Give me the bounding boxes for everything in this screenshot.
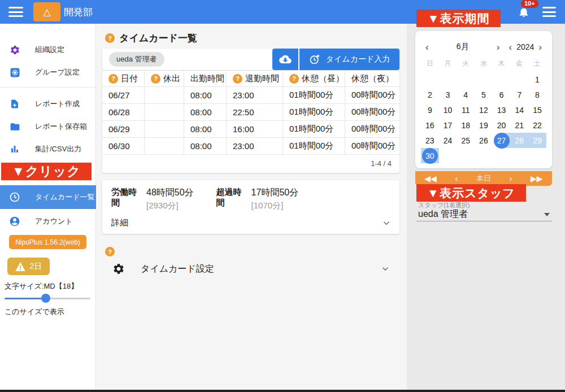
caret-down-icon: [544, 213, 550, 216]
calendar-day[interactable]: 22: [528, 117, 546, 133]
sidebar-item-timecard-list[interactable]: タイムカード一覧: [0, 185, 96, 209]
timecard-input-button[interactable]: タイムカード入力: [299, 49, 399, 70]
calendar-day[interactable]: 28: [510, 133, 528, 148]
table-row[interactable]: 06/3008:0023:0001時間00分00時間00分: [102, 138, 399, 155]
help-icon[interactable]: ?: [289, 74, 299, 84]
step-backward-icon[interactable]: ‹: [455, 174, 458, 183]
slider-thumb[interactable]: [41, 294, 50, 303]
sidebar-item-csv-export[interactable]: 集計/CSV出力: [0, 138, 96, 160]
calendar-empty-cell: [510, 72, 528, 87]
calendar-day[interactable]: 10: [439, 102, 457, 117]
calendar-day[interactable]: 6: [493, 87, 511, 102]
calendar-day[interactable]: 15: [528, 102, 546, 117]
column-header: ?休憩（昼）: [283, 71, 345, 86]
calendar-day[interactable]: 29: [528, 133, 546, 148]
calendar-empty-cell: [439, 72, 457, 87]
timecard-settings-expander[interactable]: タイムカード設定: [102, 257, 399, 281]
chevron-down-icon: [380, 264, 390, 274]
next-year-icon[interactable]: ›: [536, 42, 544, 52]
folder-icon: [9, 121, 20, 132]
calendar-empty-cell: [421, 72, 439, 87]
version-badge[interactable]: NipoPlus 1.56.2(web): [9, 235, 86, 249]
sidebar-item-org-settings[interactable]: 組織設定: [0, 38, 96, 61]
sidebar-item-report-box[interactable]: レポート保存箱: [0, 115, 96, 138]
prev-year-icon[interactable]: ‹: [507, 42, 515, 52]
pagination: 1-4 / 4: [102, 155, 399, 172]
summary-card: 労働時間 48時間50分 [2930分] 超過時間 17時間50分 [1070分…: [102, 180, 399, 234]
calendar-day[interactable]: 25: [457, 133, 475, 148]
calendar-day[interactable]: 17: [439, 117, 457, 133]
calendar-day[interactable]: 16: [421, 117, 439, 133]
calendar-day[interactable]: 24: [439, 133, 457, 148]
calendar-day[interactable]: 12: [475, 102, 493, 117]
help-icon[interactable]: ?: [105, 33, 115, 43]
person-icon: [9, 216, 20, 227]
table-cell: 08:00: [184, 121, 227, 137]
app-logo: △: [33, 2, 60, 21]
overtime-label: 超過時間: [216, 187, 246, 211]
calendar-grid: 1234567891011121314151617181920212223242…: [415, 72, 552, 163]
today-button[interactable]: 本日: [476, 173, 491, 184]
calendar-day[interactable]: 5: [475, 87, 493, 102]
calendar-day[interactable]: 9: [421, 102, 439, 117]
column-header: ?休出: [145, 71, 184, 86]
column-header: ?退勤時間: [227, 71, 283, 86]
weekday-label: 木: [493, 59, 511, 68]
calendar-day[interactable]: 7: [510, 87, 528, 102]
help-icon[interactable]: ?: [105, 247, 115, 256]
fast-forward-icon[interactable]: ▶▶: [531, 174, 543, 183]
calendar-day[interactable]: 1: [528, 72, 546, 87]
sidebar-item-report-create[interactable]: レポート作成: [0, 93, 96, 115]
column-header: 休憩（夜）: [345, 71, 399, 86]
file-plus-icon: [9, 98, 20, 110]
calendar-day[interactable]: 19: [475, 117, 493, 133]
step-forward-icon[interactable]: ›: [510, 174, 512, 183]
calendar-day[interactable]: 21: [510, 117, 528, 133]
calendar-day[interactable]: 26: [475, 133, 493, 148]
table-row[interactable]: 06/2708:0023:0001時間00分00時間00分: [102, 87, 399, 104]
sidebar-item-label: アカウント: [35, 216, 73, 227]
calendar-day[interactable]: 18: [457, 117, 475, 133]
warning-badge[interactable]: 2日: [7, 258, 50, 275]
menu-icon[interactable]: [8, 7, 23, 17]
detail-expander[interactable]: 詳細: [111, 217, 392, 228]
table-cell: 00時間00分: [345, 87, 399, 103]
help-icon[interactable]: ?: [151, 74, 160, 84]
calendar-empty-cell: [439, 148, 457, 163]
table-cell: [145, 87, 184, 103]
font-size-slider[interactable]: [5, 294, 90, 303]
calendar-day[interactable]: 14: [510, 102, 528, 117]
calendar-day[interactable]: 23: [421, 133, 439, 148]
overtime-value: 17時間50分: [251, 187, 299, 199]
calendar-day[interactable]: 30: [421, 148, 439, 163]
next-month-icon[interactable]: ›: [494, 42, 502, 52]
calendar-day[interactable]: 27: [493, 133, 511, 148]
staff-select-dropdown[interactable]: ueda 管理者: [416, 208, 552, 221]
help-icon[interactable]: ?: [108, 74, 118, 84]
bottom-edge: [0, 390, 565, 392]
clock-icon: [9, 191, 20, 203]
sidebar-item-account[interactable]: アカウント: [0, 210, 96, 233]
calendar-day[interactable]: 2: [421, 87, 439, 102]
warning-triangle-icon: [15, 262, 25, 271]
sidebar-item-group-settings[interactable]: グループ設定: [0, 61, 96, 84]
prev-month-icon[interactable]: ‹: [423, 42, 431, 52]
download-button[interactable]: [272, 49, 298, 70]
table-cell: 01時間00分: [283, 87, 345, 103]
table-row[interactable]: 06/2808:0022:5001時間00分00時間00分: [102, 104, 399, 121]
calendar-day[interactable]: 3: [439, 87, 457, 102]
fast-backward-icon[interactable]: ◀◀: [424, 174, 437, 183]
calendar-day[interactable]: 13: [493, 102, 511, 117]
notification-bell-icon[interactable]: 10+: [518, 5, 530, 19]
calendar-day[interactable]: 8: [528, 87, 546, 102]
calendar-day[interactable]: 11: [457, 102, 475, 117]
calendar-empty-cell: [493, 72, 511, 87]
weekday-label: 日: [421, 59, 439, 68]
calendar-day[interactable]: 4: [457, 87, 475, 102]
table-row[interactable]: 06/2908:0016:0001時間00分00時間00分: [102, 121, 399, 138]
help-icon[interactable]: ?: [233, 74, 242, 84]
calendar-day[interactable]: 20: [493, 117, 511, 133]
sidebar-item-label: レポート作成: [35, 99, 80, 109]
timer-add-icon: [309, 54, 320, 65]
overflow-menu-icon[interactable]: [542, 7, 556, 17]
